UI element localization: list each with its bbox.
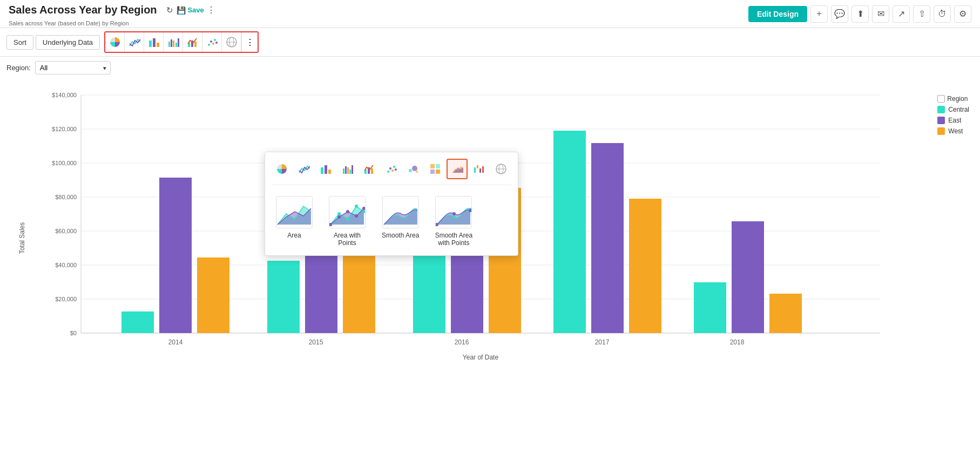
header-title-icons: ↻ 💾 Save ⋮ <box>161 2 220 19</box>
dd-waterfall-btn[interactable] <box>469 159 490 179</box>
dd-area-btn[interactable] <box>447 159 468 179</box>
dd-bubble-btn[interactable] <box>403 159 424 179</box>
area-with-points-option-label: Area with Points <box>326 232 369 247</box>
svg-text:$60,000: $60,000 <box>55 228 77 234</box>
dd-scatter-btn[interactable] <box>381 159 402 179</box>
legend-item-west: West <box>937 127 969 135</box>
area-option[interactable]: Area <box>276 196 313 247</box>
header-left: Sales Across Year by Region ↻ 💾 Save ⋮ S… <box>9 2 220 26</box>
x-label-2016: 2016 <box>455 338 469 346</box>
chart-type-dropdown: Area Area with Points <box>265 152 518 256</box>
svg-point-13 <box>210 40 212 43</box>
svg-point-52 <box>391 170 394 172</box>
bar-2018-east <box>732 221 764 333</box>
more-options-button[interactable]: ⋮ <box>202 2 220 19</box>
save-icon: 💾 <box>177 6 186 15</box>
svg-text:$40,000: $40,000 <box>55 262 77 268</box>
legend: Region Central East West <box>937 95 969 135</box>
dd-geo-btn[interactable] <box>490 159 511 179</box>
smooth-area-option-label: Smooth Area <box>382 232 419 239</box>
legend-title: Region <box>937 95 969 103</box>
dd-grouped-btn[interactable] <box>337 159 359 179</box>
legend-label-west: West <box>948 127 963 135</box>
svg-text:$20,000: $20,000 <box>55 296 77 302</box>
dd-heatmap-btn[interactable] <box>425 159 446 179</box>
underlying-data-button[interactable]: Underlying Data <box>36 35 100 50</box>
y-axis-label: Total Sales <box>18 222 26 254</box>
svg-rect-45 <box>349 170 351 174</box>
svg-point-77 <box>346 218 349 221</box>
svg-point-50 <box>387 171 389 173</box>
export-button[interactable]: ⬆ <box>851 5 869 23</box>
area-option-label: Area <box>287 232 301 239</box>
comment-button[interactable]: 💬 <box>831 5 848 23</box>
region-filter-label: Region: <box>6 64 31 72</box>
grouped-bar-button[interactable] <box>164 32 183 52</box>
dd-line-btn[interactable] <box>294 159 315 179</box>
svg-point-53 <box>393 166 395 168</box>
combo-chart-button[interactable] <box>183 32 202 52</box>
save-button[interactable]: 💾 Save <box>182 2 199 19</box>
svg-rect-43 <box>345 166 347 174</box>
svg-rect-58 <box>430 164 435 168</box>
bar-2015-central <box>267 261 300 333</box>
upload-button[interactable]: ⇧ <box>913 5 930 23</box>
svg-rect-46 <box>352 165 353 174</box>
bar-2018-west <box>769 294 802 333</box>
chart-container: Total Sales $0 $20,000 $40,000 $60,000 $… <box>0 79 980 397</box>
svg-text:$120,000: $120,000 <box>52 126 77 132</box>
svg-point-76 <box>337 212 341 215</box>
header-title-row: Sales Across Year by Region ↻ 💾 Save ⋮ <box>9 2 220 19</box>
bar-2018-central <box>694 282 726 333</box>
svg-rect-60 <box>430 170 435 174</box>
share-button[interactable]: ↗ <box>893 5 910 23</box>
svg-rect-39 <box>321 167 323 174</box>
header-right: Edit Design ＋ 💬 ⬆ ✉ ↗ ⇧ ⏱ ⚙ <box>748 5 971 23</box>
smooth-area-option[interactable]: Smooth Area <box>382 196 419 247</box>
page-title: Sales Across Year by Region <box>9 4 157 16</box>
svg-point-12 <box>208 44 210 46</box>
bar-chart-button[interactable] <box>144 32 164 52</box>
svg-rect-8 <box>178 38 179 47</box>
svg-rect-5 <box>171 39 172 47</box>
svg-rect-41 <box>328 170 331 174</box>
svg-rect-42 <box>343 168 344 174</box>
svg-rect-40 <box>325 165 327 174</box>
legend-item-central: Central <box>937 106 969 113</box>
map-button[interactable] <box>222 32 241 52</box>
save-label: Save <box>187 6 204 14</box>
filter-row: Region: All Central East West <box>0 57 980 79</box>
pie-chart-button[interactable] <box>105 32 125 52</box>
svg-text:$100,000: $100,000 <box>52 160 77 166</box>
dd-bar-btn[interactable] <box>315 159 336 179</box>
legend-checkbox-icon <box>937 95 945 103</box>
smooth-area-with-points-option[interactable]: Smooth Area with Points <box>432 196 475 247</box>
x-label-2014: 2014 <box>168 338 183 346</box>
svg-point-14 <box>212 43 214 45</box>
svg-rect-3 <box>157 43 159 47</box>
sort-button[interactable]: Sort <box>6 35 33 50</box>
svg-point-81 <box>337 215 341 219</box>
svg-rect-2 <box>153 38 156 47</box>
chart-more-button[interactable]: ⋮ <box>241 32 258 52</box>
area-with-points-option[interactable]: Area with Points <box>326 196 369 247</box>
edit-design-button[interactable]: Edit Design <box>748 6 807 22</box>
dd-pie-btn[interactable] <box>272 159 293 179</box>
header-subtitle: Sales across Year (based on Date) by Reg… <box>9 20 220 26</box>
svg-text:$0: $0 <box>70 330 77 336</box>
mail-button[interactable]: ✉ <box>872 5 889 23</box>
settings-button[interactable]: ⚙ <box>954 5 971 23</box>
svg-rect-65 <box>477 165 478 168</box>
svg-rect-61 <box>436 170 440 174</box>
svg-rect-44 <box>347 167 349 174</box>
refresh-button[interactable]: ↻ <box>161 2 179 19</box>
smooth-area-with-points-option-icon <box>435 196 472 228</box>
legend-color-central <box>937 106 945 113</box>
svg-point-82 <box>346 210 349 213</box>
add-button[interactable]: ＋ <box>810 5 828 23</box>
history-button[interactable]: ⏱ <box>934 5 951 23</box>
region-select[interactable]: All Central East West <box>35 61 111 74</box>
line-chart-button[interactable] <box>125 32 144 52</box>
dd-combo-btn[interactable] <box>359 159 380 179</box>
scatter-button[interactable] <box>202 32 222 52</box>
